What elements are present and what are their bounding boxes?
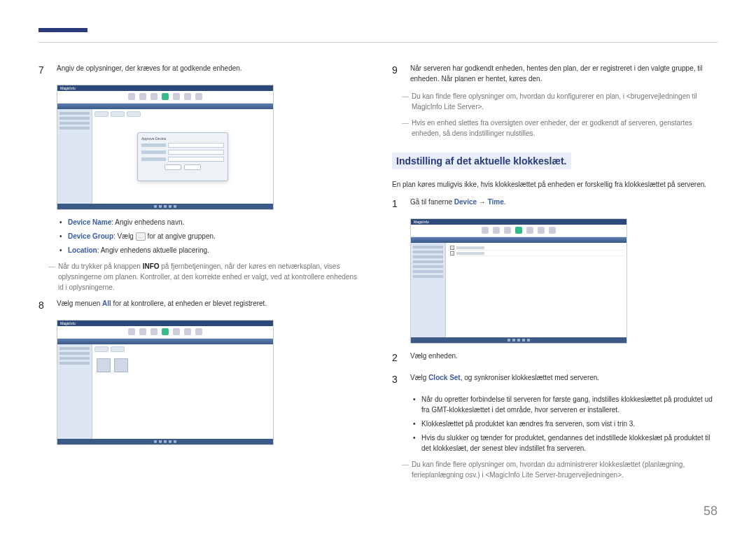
bullet-device-group: Device Group: Vælg ... for at angive gru…: [59, 231, 364, 241]
page-number: 58: [704, 504, 718, 519]
ss-side-item: [59, 122, 90, 125]
ss-foot-dot: [174, 440, 176, 443]
note-clock-admin: Du kan finde flere oplysninger om, hvord…: [392, 459, 718, 480]
step-text: Angiv de oplysninger, der kræves for at …: [57, 63, 364, 78]
ss-small-button: [111, 346, 125, 352]
bullet-list-2: Når du opretter forbindelse til serveren…: [413, 394, 718, 454]
step-text: Vælg enheden.: [410, 351, 718, 365]
ss-nav-icon: [184, 93, 191, 100]
ss-nav-icon: [549, 227, 556, 234]
ss-side-item: [413, 260, 443, 263]
ss-nav-icon: [184, 328, 191, 335]
step-text: Gå til fanerne Device → Time.: [410, 197, 718, 211]
step-7: 7 Angiv de oplysninger, der kræves for a…: [38, 63, 364, 78]
ss-foot-dot: [154, 205, 157, 208]
ss-side-item: [59, 362, 90, 365]
paragraph-clock-intro: En plan køres muligvis ikke, hvis klokke…: [392, 179, 718, 190]
ss-side-item: [413, 275, 443, 278]
ss-nav-icon: [195, 328, 202, 335]
ss-topbar: MagicInfo: [57, 321, 273, 326]
ellipsis-icon: ...: [136, 232, 146, 241]
ss-nav-icon: [162, 93, 169, 100]
clock-set-label: Clock Set: [428, 374, 461, 381]
ss-sidebar: [57, 109, 92, 204]
ss-foot-dot: [169, 440, 172, 443]
ss-side-item: [413, 265, 443, 268]
ss-foot-dot: [169, 205, 172, 208]
ss-tabbar: [57, 339, 273, 344]
bullet-gmt: Når du opretter forbindelse til serveren…: [413, 394, 718, 415]
ss-foot-dot: [517, 339, 520, 342]
ss-logo: MagicInfo: [60, 86, 76, 90]
step-number: 1: [392, 197, 402, 211]
ss-foot-dot: [154, 440, 157, 443]
ss-tree-label: [456, 246, 484, 249]
text: Gå til fanerne: [410, 198, 454, 206]
ss-dlg-input: [168, 150, 224, 155]
ss-nav-icon: [139, 328, 146, 335]
ss-foot-dot: [159, 440, 162, 443]
step-9: 9 Når serveren har godkendt enheden, hen…: [392, 63, 718, 84]
screenshot-approve-device: MagicInfo: [57, 85, 274, 210]
bullet-text: for at angive gruppen.: [146, 232, 216, 240]
bullet-text: : Angiv enhedens aktuelle placering.: [97, 246, 209, 254]
ss-small-button: [127, 111, 141, 117]
time-label: Time: [488, 198, 504, 206]
note-device-delete: Hvis en enhed slettes fra oversigten ove…: [392, 118, 718, 139]
ss-dlg-input: [168, 143, 224, 148]
step-3-clock: 3 Vælg Clock Set, og synkroniser klokkes…: [392, 372, 718, 387]
step-text: Vælg Clock Set, og synkroniser klokkeslæ…: [410, 372, 718, 387]
step-2-clock: 2 Vælg enheden.: [392, 351, 718, 365]
ss-small-button: [94, 111, 108, 117]
bullet-label: Device Group: [68, 232, 113, 240]
ss-side-item: [59, 347, 90, 350]
ss-main: [92, 344, 273, 439]
ss-iconbar: [411, 225, 626, 237]
ss-dialog: Approve Device: [137, 132, 228, 181]
ss-footer: [57, 439, 273, 444]
dot: .: [504, 198, 506, 206]
ss-nav-icon: [173, 328, 180, 335]
ss-iconbar: [57, 326, 273, 339]
note-text: Hvis en enhed slettes fra oversigten ove…: [412, 119, 692, 137]
ss-nav-icon: [162, 328, 169, 335]
ss-side-item: [59, 357, 90, 360]
ss-dlg-ok: [164, 164, 181, 170]
text: for at kontrollere, at enheden er blevet…: [111, 300, 267, 307]
ss-logo: MagicInfo: [414, 220, 429, 224]
text: Vælg: [410, 374, 428, 381]
ss-dlg-label: [141, 157, 166, 161]
ss-dialog-buttons: [141, 164, 224, 170]
ss-foot-dot: [512, 339, 515, 342]
expand-icon: +: [450, 251, 454, 255]
right-column: 9 Når serveren har godkendt enheden, hen…: [392, 63, 718, 486]
ss-tabbar: [411, 237, 626, 243]
expand-icon: +: [450, 246, 454, 250]
bullet-list-1: Device Name: Angiv enhedens navn. Device…: [59, 217, 364, 255]
step-number: 2: [392, 351, 402, 365]
ss-controls: [92, 109, 273, 119]
ss-small-button: [94, 346, 108, 352]
bullet-text: : Vælg: [113, 232, 134, 240]
note-plan-config: Du kan finde flere oplysninger om, hvord…: [392, 91, 718, 112]
text: Vælg menuen: [57, 300, 102, 307]
step-number: 7: [38, 63, 48, 78]
ss-footer: [57, 204, 273, 209]
bullet-device-name: Device Name: Angiv enhedens navn.: [59, 217, 364, 227]
ss-body: [57, 344, 273, 439]
screenshot-device-time: MagicInfo: [410, 218, 627, 344]
ss-side-item: [59, 127, 90, 129]
ss-dlg-input: [168, 157, 224, 162]
ss-side-item: [59, 352, 90, 355]
section-heading-clock: Indstilling af det aktuelle klokkeslæt.: [392, 153, 571, 169]
ss-nav-icon: [538, 227, 545, 234]
step-1-clock: 1 Gå til fanerne Device → Time.: [392, 197, 718, 211]
two-column-layout: 7 Angiv de oplysninger, der kræves for a…: [38, 63, 718, 486]
ss-foot-dot: [159, 205, 162, 208]
text: , og synkroniser klokkeslættet med serve…: [461, 374, 599, 381]
ss-dialog-row: [141, 150, 224, 155]
left-column: 7 Angiv de oplysninger, der kræves for a…: [38, 63, 364, 486]
ss-body: + +: [411, 243, 626, 337]
screenshot-all-devices: MagicInfo: [57, 320, 274, 445]
ss-dialog-row: [141, 157, 224, 162]
